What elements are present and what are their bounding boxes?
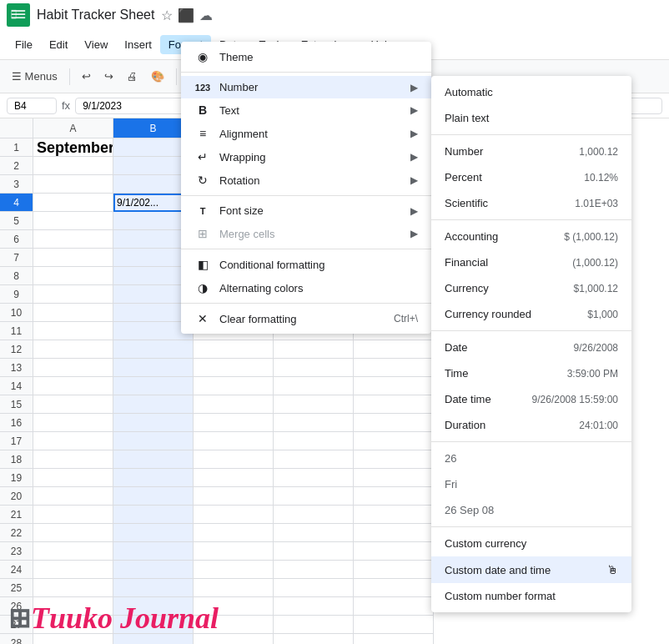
cell-e21[interactable]	[354, 506, 434, 524]
cell-e18[interactable]	[354, 450, 434, 469]
cell-a28[interactable]	[33, 634, 113, 644]
cell-b27[interactable]	[113, 616, 194, 634]
cell-c19[interactable]	[194, 469, 274, 487]
submenu-item-accounting[interactable]: Accounting $ (1,000.12)	[431, 224, 631, 249]
cell-e25[interactable]	[354, 579, 434, 597]
cell-a27[interactable]	[33, 616, 113, 634]
cell-a15[interactable]	[33, 395, 113, 414]
cell-e17[interactable]	[354, 432, 434, 450]
cell-a23[interactable]	[33, 542, 113, 561]
cell-a20[interactable]	[33, 487, 113, 506]
cell-ref-box[interactable]: B4	[7, 98, 57, 114]
cell-a7[interactable]	[33, 249, 113, 267]
cell-d15[interactable]	[274, 395, 354, 414]
cell-d20[interactable]	[274, 487, 354, 506]
cell-b21[interactable]	[113, 506, 194, 524]
cell-d14[interactable]	[274, 377, 354, 395]
cell-c17[interactable]	[194, 432, 274, 450]
menus-button[interactable]: ☰ Menus	[7, 67, 63, 86]
cell-d24[interactable]	[274, 561, 354, 579]
cell-a12[interactable]	[33, 340, 113, 359]
menu-insert[interactable]: Insert	[116, 35, 160, 54]
cell-c16[interactable]	[194, 414, 274, 432]
cell-d26[interactable]	[274, 597, 354, 616]
submenu-item-plain-text[interactable]: Plain text	[431, 105, 631, 131]
cell-e19[interactable]	[354, 469, 434, 487]
cell-e24[interactable]	[354, 561, 434, 579]
cell-e26[interactable]	[354, 597, 434, 616]
cell-e28[interactable]	[354, 634, 434, 644]
cell-a25[interactable]	[33, 579, 113, 597]
cell-b16[interactable]	[113, 414, 194, 432]
submenu-item-duration[interactable]: Duration 24:01:00	[431, 412, 631, 438]
cell-c24[interactable]	[194, 561, 274, 579]
cell-c26[interactable]	[194, 597, 274, 616]
format-menu-clear-formatting[interactable]: ✕ Clear formatting Ctrl+\	[181, 307, 431, 330]
format-menu-merge-cells[interactable]: ⊞ Merge cells ▶	[181, 222, 431, 245]
cell-a3[interactable]	[33, 175, 113, 194]
format-menu-rotation[interactable]: ↻ Rotation ▶	[181, 169, 431, 192]
cell-c14[interactable]	[194, 377, 274, 395]
cell-b23[interactable]	[113, 542, 194, 561]
cell-c28[interactable]	[194, 634, 274, 644]
cell-b25[interactable]	[113, 579, 194, 597]
print-button[interactable]: 🖨	[122, 67, 143, 86]
cell-a21[interactable]	[33, 506, 113, 524]
menu-edit[interactable]: Edit	[41, 35, 76, 54]
cell-a4[interactable]	[33, 194, 113, 212]
cell-a16[interactable]	[33, 414, 113, 432]
format-menu-alignment[interactable]: ≡ Alignment ▶	[181, 122, 431, 145]
cell-b13[interactable]	[113, 359, 194, 377]
cell-b18[interactable]	[113, 450, 194, 469]
submenu-item-day-full[interactable]: 26 Sep 08	[431, 497, 631, 523]
cell-d21[interactable]	[274, 506, 354, 524]
cell-d23[interactable]	[274, 542, 354, 561]
submenu-item-datetime[interactable]: Date time 9/26/2008 15:59:00	[431, 386, 631, 412]
submenu-item-automatic[interactable]: Automatic	[431, 79, 631, 105]
cell-b17[interactable]	[113, 432, 194, 450]
cell-e13[interactable]	[354, 359, 434, 377]
cell-c12[interactable]	[194, 340, 274, 359]
cell-a2[interactable]	[33, 157, 113, 175]
format-menu-text[interactable]: B Text ▶	[181, 98, 431, 122]
menu-file[interactable]: File	[7, 35, 41, 54]
cell-a1[interactable]: September	[33, 138, 113, 157]
cell-e22[interactable]	[354, 524, 434, 542]
cell-d28[interactable]	[274, 634, 354, 644]
cell-a8[interactable]	[33, 267, 113, 285]
cell-e27[interactable]	[354, 616, 434, 634]
cell-d12[interactable]	[274, 340, 354, 359]
cell-c27[interactable]	[194, 616, 274, 634]
cell-b26[interactable]	[113, 597, 194, 616]
cell-e16[interactable]	[354, 414, 434, 432]
submenu-item-day-num[interactable]: 26	[431, 445, 631, 471]
format-menu-font-size[interactable]: T Font size ▶	[181, 199, 431, 222]
cell-d17[interactable]	[274, 432, 354, 450]
cell-a11[interactable]	[33, 322, 113, 340]
drive-icon[interactable]: ⬛	[178, 8, 194, 23]
cell-b22[interactable]	[113, 524, 194, 542]
cell-a22[interactable]	[33, 524, 113, 542]
cell-c15[interactable]	[194, 395, 274, 414]
cell-b12[interactable]	[113, 340, 194, 359]
paint-format-button[interactable]: 🎨	[146, 67, 169, 86]
cell-a19[interactable]	[33, 469, 113, 487]
cell-c20[interactable]	[194, 487, 274, 506]
submenu-item-custom-datetime[interactable]: Custom date and time 🖱	[431, 556, 631, 583]
star-icon[interactable]: ☆	[161, 8, 173, 23]
cell-b24[interactable]	[113, 561, 194, 579]
cell-a24[interactable]	[33, 561, 113, 579]
format-menu-number[interactable]: 123 Number ▶ Automatic Plain text Number…	[181, 76, 431, 98]
cell-d27[interactable]	[274, 616, 354, 634]
col-header-a[interactable]: A	[33, 118, 113, 138]
cell-c18[interactable]	[194, 450, 274, 469]
cell-a9[interactable]	[33, 285, 113, 304]
cell-c23[interactable]	[194, 542, 274, 561]
submenu-item-time[interactable]: Time 3:59:00 PM	[431, 360, 631, 386]
cell-e15[interactable]	[354, 395, 434, 414]
cell-a14[interactable]	[33, 377, 113, 395]
cell-d25[interactable]	[274, 579, 354, 597]
cell-c13[interactable]	[194, 359, 274, 377]
submenu-item-custom-currency[interactable]: Custom currency	[431, 531, 631, 556]
format-menu-conditional-formatting[interactable]: ◧ Conditional formatting	[181, 253, 431, 276]
